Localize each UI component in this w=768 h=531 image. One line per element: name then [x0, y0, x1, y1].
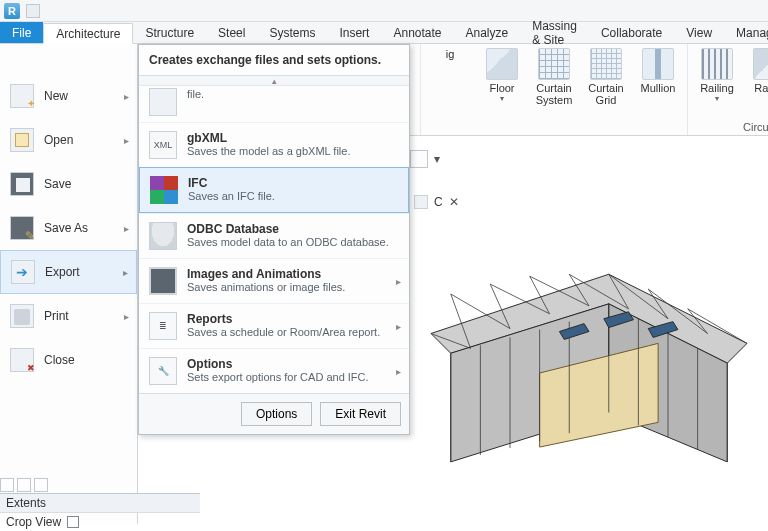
- flyout-item-desc: Sets export options for CAD and IFC.: [187, 371, 399, 383]
- ribbon-btn-mullion[interactable]: Mullion: [635, 48, 681, 106]
- floor-icon: [486, 48, 518, 80]
- save-as-icon: [10, 216, 34, 240]
- flyout-list: file. XML gbXML Saves the model as a gbX…: [139, 86, 409, 393]
- tab-manage[interactable]: Manage: [724, 22, 768, 43]
- crop-view-checkbox[interactable]: [67, 516, 79, 528]
- view-icon: [414, 195, 428, 209]
- property-label: Crop View: [6, 515, 61, 529]
- flyout-item-odbc[interactable]: ODBC Database Saves model data to an ODB…: [139, 213, 409, 258]
- flyout-item-title: IFC: [188, 176, 398, 190]
- file-menu-save[interactable]: Save: [0, 162, 137, 206]
- chevron-right-icon: ▸: [396, 321, 401, 332]
- file-menu-new[interactable]: New ▸: [0, 74, 137, 118]
- chevron-right-icon: ▸: [124, 223, 129, 234]
- ribbon-btn-trail[interactable]: ig: [427, 48, 473, 106]
- file-menu-label: Save As: [44, 221, 88, 235]
- ifc-icon: [150, 176, 178, 204]
- tab-file[interactable]: File: [0, 22, 43, 43]
- new-icon: [10, 84, 34, 108]
- ribbon-group-circulation: Railing ▾ Ramp Stair Circulation: [687, 44, 768, 135]
- flyout-item-title: Options: [187, 357, 399, 371]
- file-menu-label: Print: [44, 309, 69, 323]
- tab-steel[interactable]: Steel: [206, 22, 257, 43]
- railing-icon: [701, 48, 733, 80]
- file-menu-label: Open: [44, 133, 73, 147]
- ribbon-groups: ig Floor ▾ Curtain System Curtain Grid: [420, 44, 768, 135]
- close-tab-button[interactable]: ✕: [449, 195, 459, 209]
- flyout-item-reports[interactable]: ≣ Reports Saves a schedule or Room/Area …: [139, 303, 409, 348]
- file-menu-label: Save: [44, 177, 71, 191]
- chevron-down-icon: ▾: [500, 94, 504, 103]
- save-icon: [10, 172, 34, 196]
- print-icon: [10, 304, 34, 328]
- property-row-crop-view: Crop View: [0, 513, 200, 531]
- chevron-down-icon: ▾: [715, 94, 719, 103]
- file-menu-print[interactable]: Print ▸: [0, 294, 137, 338]
- ribbon-btn-label: Floor: [489, 82, 514, 94]
- curtain-grid-icon: [590, 48, 622, 80]
- ribbon-btn-label: Mullion: [641, 82, 676, 94]
- file-menu-open[interactable]: Open ▸: [0, 118, 137, 162]
- tab-collaborate[interactable]: Collaborate: [589, 22, 674, 43]
- export-icon: [11, 260, 35, 284]
- tab-view[interactable]: View: [674, 22, 724, 43]
- flyout-item-desc: Saves animations or image files.: [187, 281, 399, 293]
- ribbon-btn-floor[interactable]: Floor ▾: [479, 48, 525, 106]
- ribbon-btn-curtain-grid[interactable]: Curtain Grid: [583, 48, 629, 106]
- file-menu-saveas[interactable]: Save As ▸: [0, 206, 137, 250]
- tab-annotate[interactable]: Annotate: [381, 22, 453, 43]
- tab-analyze[interactable]: Analyze: [454, 22, 521, 43]
- flyout-item-gbxml[interactable]: XML gbXML Saves the model as a gbXML fil…: [139, 122, 409, 167]
- ramp-icon: [753, 48, 768, 80]
- flyout-item-truncated[interactable]: file.: [139, 86, 409, 122]
- flyout-item-desc: Saves model data to an ODBC database.: [187, 236, 399, 248]
- chevron-right-icon: ▸: [124, 135, 129, 146]
- 3d-view-canvas[interactable]: [410, 215, 768, 531]
- flyout-item-images[interactable]: Images and Animations Saves animations o…: [139, 258, 409, 303]
- app-logo: R: [4, 3, 20, 19]
- chevron-right-icon: ▸: [124, 311, 129, 322]
- exit-revit-button[interactable]: Exit Revit: [320, 402, 401, 426]
- ribbon-btn-label: Curtain Grid: [588, 82, 623, 106]
- view-tool-1[interactable]: [410, 150, 428, 168]
- panel-tool-3[interactable]: [34, 478, 48, 492]
- file-menu-export[interactable]: Export ▸: [0, 250, 137, 294]
- curtain-system-icon: [538, 48, 570, 80]
- options-button[interactable]: Options: [241, 402, 312, 426]
- wrench-icon: 🔧: [149, 357, 177, 385]
- ribbon-btn-label: Curtain System: [536, 82, 573, 106]
- ribbon-btn-label: Ramp: [754, 82, 768, 94]
- file-menu-backstage: New ▸ Open ▸ Save Save As ▸ Export ▸ Pri…: [0, 44, 138, 524]
- separator: ▾: [434, 152, 440, 166]
- report-icon: ≣: [149, 312, 177, 340]
- flyout-item-desc: Saves a schedule or Room/Area report.: [187, 326, 399, 338]
- properties-panel: Extents Crop View: [0, 493, 200, 531]
- file-icon: [149, 88, 177, 116]
- file-menu-label: Close: [44, 353, 75, 367]
- ribbon-tabs: File Architecture Structure Steel System…: [0, 22, 768, 44]
- ribbon-btn-railing[interactable]: Railing ▾: [694, 48, 740, 103]
- tab-architecture[interactable]: Architecture: [43, 23, 133, 44]
- tab-structure[interactable]: Structure: [133, 22, 206, 43]
- tab-systems[interactable]: Systems: [257, 22, 327, 43]
- document-tab[interactable]: C ✕: [414, 195, 459, 209]
- file-menu-label: Export: [45, 265, 80, 279]
- file-menu-label: New: [44, 89, 68, 103]
- ribbon-group-build: ig Floor ▾ Curtain System Curtain Grid: [420, 44, 687, 135]
- flyout-item-options[interactable]: 🔧 Options Sets export options for CAD an…: [139, 348, 409, 393]
- ribbon-btn-ramp[interactable]: Ramp: [746, 48, 768, 103]
- flyout-item-ifc[interactable]: IFC Saves an IFC file.: [139, 167, 409, 213]
- panel-tool-2[interactable]: [17, 478, 31, 492]
- ribbon-btn-curtain-system[interactable]: Curtain System: [531, 48, 577, 106]
- panel-tool-1[interactable]: [0, 478, 14, 492]
- chevron-right-icon: ▸: [396, 276, 401, 287]
- document-tab-label: C: [434, 195, 443, 209]
- flyout-item-title: Reports: [187, 312, 399, 326]
- tab-insert[interactable]: Insert: [327, 22, 381, 43]
- qat-icon[interactable]: [26, 4, 40, 18]
- open-icon: [10, 128, 34, 152]
- file-menu-close[interactable]: Close: [0, 338, 137, 382]
- tab-massing[interactable]: Massing & Site: [520, 22, 589, 43]
- flyout-item-desc: file.: [187, 88, 399, 100]
- flyout-scroll-up[interactable]: ▴: [139, 76, 409, 86]
